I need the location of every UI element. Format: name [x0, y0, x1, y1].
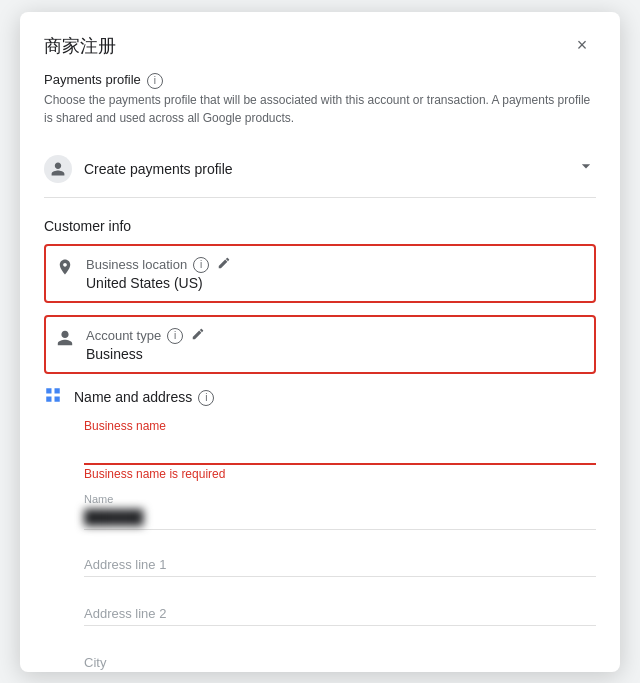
address-line2-field-group: [84, 587, 596, 628]
business-location-value: United States (US): [86, 275, 584, 291]
account-type-title-row: Account type i: [86, 327, 584, 344]
payments-profile-title: Payments profile: [44, 72, 141, 87]
city-input[interactable]: [84, 636, 596, 672]
account-type-value: Business: [86, 346, 584, 362]
address-line1-input[interactable]: [84, 538, 596, 577]
business-location-title-row: Business location i: [86, 256, 584, 273]
business-name-label: Business name: [84, 419, 596, 433]
business-name-input[interactable]: [84, 437, 596, 461]
account-type-row[interactable]: Account type i Business: [44, 315, 596, 374]
chevron-down-icon: [576, 156, 596, 181]
person-icon: [44, 155, 72, 183]
grid-icon: [44, 386, 62, 409]
address-line2-input[interactable]: [84, 587, 596, 626]
payments-profile-info-icon[interactable]: i: [147, 73, 163, 89]
create-profile-left: Create payments profile: [44, 155, 233, 183]
business-location-edit-icon[interactable]: [217, 256, 231, 273]
account-type-info-icon[interactable]: i: [167, 328, 183, 344]
business-location-label: Business location: [86, 257, 187, 272]
dialog-header: 商家注册 ×: [20, 12, 620, 72]
account-type-icon: [56, 329, 74, 352]
dialog-body: Payments profile i Choose the payments p…: [20, 72, 620, 672]
name-address-row: Name and address i: [44, 386, 596, 409]
business-location-row[interactable]: Business location i United States (US): [44, 244, 596, 303]
name-address-info-icon[interactable]: i: [198, 390, 214, 406]
business-location-info-icon[interactable]: i: [193, 257, 209, 273]
merchant-registration-dialog: 商家注册 × Payments profile i Choose the pay…: [20, 12, 620, 672]
business-name-error: Business name is required: [84, 467, 596, 481]
payments-profile-description: Choose the payments profile that will be…: [44, 91, 596, 127]
account-type-label: Account type: [86, 328, 161, 343]
name-address-title: Name and address i: [74, 389, 214, 406]
close-button[interactable]: ×: [568, 32, 596, 60]
name-field-group: Name ██████: [84, 493, 596, 530]
payments-profile-header: Payments profile i: [44, 72, 596, 89]
name-address-label: Name and address: [74, 389, 192, 405]
create-payments-profile-row[interactable]: Create payments profile: [44, 141, 596, 198]
business-location-content: Business location i United States (US): [86, 256, 584, 291]
customer-info-label: Customer info: [44, 218, 596, 234]
address-line1-field-group: [84, 538, 596, 579]
form-section: Business name Business name is required …: [44, 419, 596, 672]
name-value: ██████: [84, 509, 596, 525]
create-profile-label: Create payments profile: [84, 161, 233, 177]
city-field-group: [84, 636, 596, 672]
name-label: Name: [84, 493, 596, 505]
account-type-edit-icon[interactable]: [191, 327, 205, 344]
account-type-content: Account type i Business: [86, 327, 584, 362]
business-name-field-group: Business name Business name is required: [84, 419, 596, 481]
dialog-title: 商家注册: [44, 34, 116, 58]
location-icon: [56, 258, 74, 281]
